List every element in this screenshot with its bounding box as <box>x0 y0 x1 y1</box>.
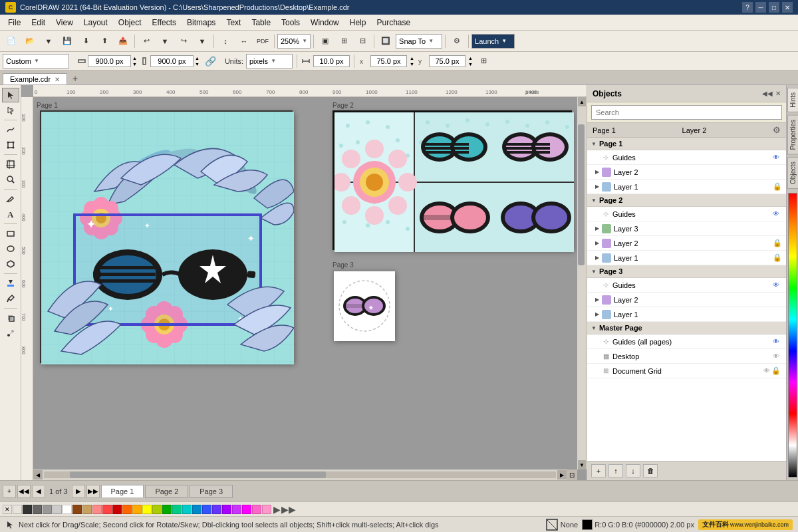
maximize-button[interactable]: □ <box>769 2 779 13</box>
scroll-right-button[interactable]: ▶ <box>557 470 567 479</box>
open-recent-button[interactable]: ▼ <box>40 33 57 49</box>
page3-layer1-row[interactable]: ▶ Layer 1 <box>587 307 786 322</box>
masterpage-desktop-row[interactable]: ▦ Desktop 👁 <box>587 349 786 364</box>
hints-tab[interactable]: Hints <box>787 88 798 112</box>
width-input[interactable]: 900.0 px <box>88 55 131 67</box>
menu-file[interactable]: File <box>3 17 26 29</box>
color-swatch-12[interactable] <box>132 505 142 514</box>
pdf-button[interactable]: PDF <box>254 33 271 49</box>
snap-handle-btn[interactable]: 🔲 <box>377 33 394 49</box>
rect-tool[interactable] <box>2 226 19 241</box>
height-input[interactable]: 900.0 px <box>150 55 194 67</box>
page2-layer3-row[interactable]: ▶ Layer 3 <box>587 221 786 236</box>
prev-page-button[interactable]: ◀ <box>32 485 45 498</box>
color-swatch-0[interactable] <box>13 505 22 514</box>
color-swatch-14[interactable] <box>152 505 162 514</box>
panel-arrow-left-icon[interactable]: ◀◀ <box>762 90 773 97</box>
select-tool[interactable] <box>2 88 19 102</box>
color-swatch-18[interactable] <box>192 505 201 514</box>
polygon-tool[interactable] <box>2 257 19 271</box>
first-page-button[interactable]: ◀◀ <box>17 485 31 498</box>
page1-layer1-row[interactable]: ▶ Layer 1 🔒 <box>587 180 786 194</box>
masterpage-guides-row[interactable]: ⊹ Guides (all pages) 👁 <box>587 334 786 349</box>
x-input[interactable]: 75.0 px <box>370 55 407 67</box>
color-swatch-23[interactable] <box>242 505 251 514</box>
panel-close-icon[interactable]: ✕ <box>775 90 781 97</box>
menu-layout[interactable]: Layout <box>78 17 113 29</box>
color-swatch-25[interactable] <box>262 505 271 514</box>
grid-btn[interactable]: ⊟ <box>354 33 371 49</box>
page3-guides-row[interactable]: ⊹ Guides 👁 <box>587 278 786 293</box>
page2-section-header[interactable]: ▼ Page 2 <box>587 194 786 207</box>
menu-view[interactable]: View <box>51 17 78 29</box>
page2-guides-eye-icon[interactable]: 👁 <box>773 210 779 217</box>
page2-layer2-lock-icon[interactable]: 🔒 <box>773 239 782 247</box>
undo-history-button[interactable]: ▼ <box>156 33 174 49</box>
color-swatch-3[interactable] <box>43 505 52 514</box>
zoom-tool[interactable] <box>2 172 19 187</box>
color-swatch-4[interactable] <box>53 505 62 514</box>
pen-tool[interactable] <box>2 192 19 206</box>
freehand-tool[interactable] <box>2 122 19 137</box>
objects-search-input[interactable] <box>591 105 782 120</box>
add-page-button[interactable]: + <box>3 485 16 498</box>
document-tab[interactable]: Example.cdr ✕ <box>3 73 67 84</box>
menu-purchase[interactable]: Purchase <box>371 17 416 29</box>
save-button[interactable]: 💾 <box>59 33 76 49</box>
properties-tab[interactable]: Properties <box>787 115 798 155</box>
color-swatch-2[interactable] <box>33 505 42 514</box>
menu-edit[interactable]: Edit <box>26 17 51 29</box>
width-down-icon[interactable]: ▼ <box>132 61 137 67</box>
scroll-thumb[interactable] <box>578 124 585 266</box>
page3-section-header[interactable]: ▼ Page 3 <box>587 265 786 278</box>
publish-button[interactable]: 📤 <box>114 33 132 49</box>
color-swatch-8[interactable] <box>92 505 102 514</box>
page2-tab[interactable]: Page 2 <box>145 485 188 498</box>
page3-canvas[interactable] <box>332 270 394 340</box>
last-page-button[interactable]: ▶▶ <box>86 485 100 498</box>
fill-tool[interactable] <box>2 276 19 291</box>
page1-canvas[interactable]: ✦ ✦ ✦ ✦ ✦ <box>40 110 293 363</box>
x-down-icon[interactable]: ▼ <box>410 61 414 67</box>
redo-history-button[interactable]: ▼ <box>194 33 211 49</box>
redo-button[interactable]: ↪ <box>175 33 192 49</box>
color-swatch-22[interactable] <box>232 505 241 514</box>
x-up-icon[interactable]: ▲ <box>410 55 414 61</box>
page1-guides-eye-icon[interactable]: 👁 <box>773 154 779 161</box>
color-swatch-16[interactable] <box>172 505 182 514</box>
text-tool[interactable]: A <box>2 207 19 221</box>
snap-to-dropdown[interactable]: Snap To ▼ <box>396 34 442 49</box>
menu-table[interactable]: Table <box>246 17 276 29</box>
scroll-down-button[interactable]: ▼ <box>578 460 586 469</box>
open-button[interactable]: 📂 <box>21 33 39 49</box>
height-up-icon[interactable]: ▲ <box>195 55 200 61</box>
width-up-icon[interactable]: ▲ <box>132 55 137 61</box>
eyedropper-tool[interactable] <box>2 291 19 306</box>
color-swatch-17[interactable] <box>182 505 192 514</box>
fit-button[interactable]: ↕ <box>217 33 234 49</box>
export-button[interactable]: ⬆ <box>96 33 113 49</box>
palette-right-arrow[interactable]: ▶ <box>273 504 281 515</box>
page3-layer2-row[interactable]: ▶ Layer 2 <box>587 293 786 307</box>
masterpage-grid-eye-icon[interactable]: 👁 <box>763 367 770 374</box>
help-button[interactable]: ? <box>742 2 753 13</box>
crop-tool[interactable] <box>2 157 19 172</box>
y-down-icon[interactable]: ▼ <box>468 61 473 67</box>
page2-layer1-row[interactable]: ▶ Layer 1 🔒 <box>587 251 786 265</box>
object-style-dropdown[interactable]: Custom ▼ <box>3 54 69 68</box>
menu-help[interactable]: Help <box>344 17 372 29</box>
transform-button[interactable]: ⊞ <box>475 53 493 69</box>
color-swatch-7[interactable] <box>82 505 92 514</box>
scroll-up-button[interactable]: ▲ <box>578 97 586 106</box>
masterpage-desktop-eye-icon[interactable]: 👁 <box>773 352 779 360</box>
objects-tab[interactable]: Objects <box>787 157 798 189</box>
menu-text[interactable]: Text <box>221 17 246 29</box>
y-input[interactable]: 75.0 px <box>429 55 466 67</box>
page3-tab[interactable]: Page 3 <box>190 485 233 498</box>
ellipse-tool[interactable] <box>2 241 19 256</box>
lock-aspect-button[interactable]: 🔗 <box>202 53 219 69</box>
page1-section-header[interactable]: ▼ Page 1 <box>587 138 786 150</box>
document-tab-close[interactable]: ✕ <box>55 76 60 83</box>
vertical-scrollbar[interactable]: ▲ ▼ <box>577 97 587 469</box>
color-swatch-5[interactable] <box>63 505 72 514</box>
